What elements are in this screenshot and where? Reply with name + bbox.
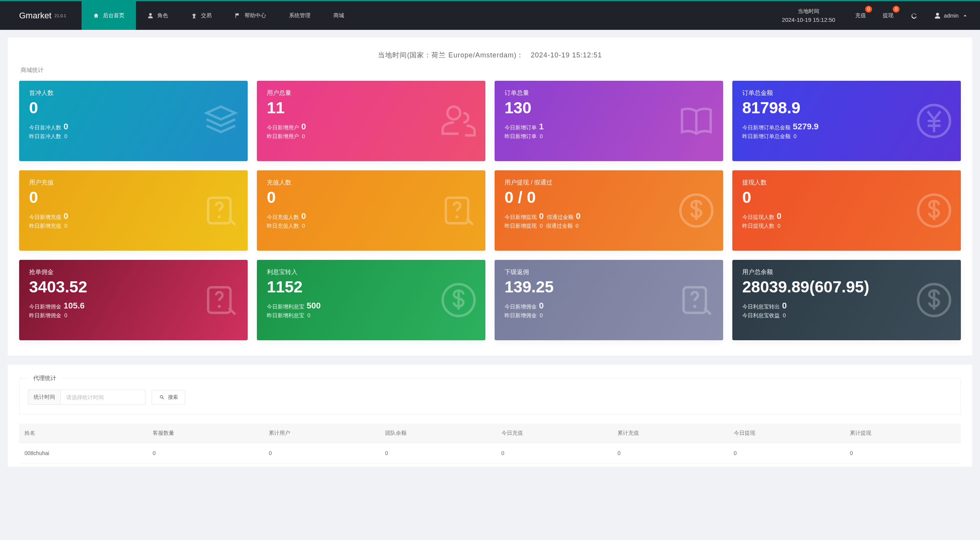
table-cell: 0: [147, 443, 264, 463]
table-row: 008chuhai0000000: [19, 443, 961, 463]
nav-label: 帮助中心: [245, 12, 266, 19]
table-header: 客服数量: [147, 424, 264, 443]
scale-icon: [191, 13, 197, 19]
search-button[interactable]: 搜索: [152, 390, 185, 405]
stat-card-6: 用户提现 / 假通过0 / 0今日新增提现0 假通过金额0昨日新增提现 0 假通…: [495, 170, 723, 251]
stat-card-7: 提现人数0今日提现人数0昨日提现人数 0: [732, 170, 961, 251]
section-title-agent: 代理统计: [28, 375, 62, 382]
chevron-up-icon: [962, 12, 969, 19]
top-nav: Gmarket 21.0.1 后台首页角色交易帮助中心系统管理商城 当地时间 2…: [0, 0, 980, 30]
home-icon: [93, 13, 99, 19]
agent-table: 姓名客服数量累计用户团队余额今日充值累计充值今日提现累计提现 008chuhai…: [19, 424, 961, 463]
nav-item-3[interactable]: 帮助中心: [223, 1, 278, 30]
brand-version: 21.0.1: [54, 13, 66, 18]
dollar-icon: [439, 281, 478, 319]
nav-label: 商城: [333, 12, 344, 19]
table-header: 累计充值: [612, 424, 728, 443]
card-title: 抢单佣金: [29, 268, 238, 276]
user-name: admin: [944, 13, 959, 19]
dollar-icon: [915, 281, 953, 319]
card-title: 用户充值: [29, 179, 238, 187]
nav-label: 角色: [157, 12, 168, 19]
user-icon: [934, 12, 941, 19]
main-nav: 后台首页角色交易帮助中心系统管理商城: [82, 1, 356, 30]
question-icon: [677, 281, 715, 319]
table-header: 团队余额: [380, 424, 496, 443]
header-clock: 当地时间 2024-10-19 15:12:50: [771, 1, 847, 30]
mall-stats-panel: 当地时间(国家：荷兰 Europe/Amsterdam)： 2024-10-19…: [8, 38, 972, 356]
clock-label: 当地时间: [798, 8, 819, 15]
stat-time-input[interactable]: [61, 390, 145, 404]
nav-label: 交易: [201, 12, 212, 19]
layers-icon: [202, 102, 240, 140]
withdraw-link[interactable]: 提现 0: [874, 1, 902, 30]
agent-stats-panel: 代理统计 统计时间 搜索 姓名客服数量累计用户团队余额今日充值累计充值今日提现累…: [8, 365, 972, 467]
question-icon: [202, 281, 240, 319]
card-title: 用户提现 / 假通过: [505, 179, 713, 187]
card-title: 充值人数: [267, 179, 475, 187]
stat-card-2: 订单总量130今日新增订单1昨日新增订单 0: [495, 81, 723, 161]
card-title: 提现人数: [742, 179, 951, 187]
recharge-link[interactable]: 充值 0: [847, 1, 874, 30]
nav-item-0[interactable]: 后台首页: [82, 1, 136, 30]
table-cell: 0: [496, 443, 612, 463]
local-time: 当地时间(国家：荷兰 Europe/Amsterdam)： 2024-10-19…: [19, 45, 961, 63]
recharge-badge: 0: [865, 6, 872, 13]
table-header: 今日充值: [496, 424, 612, 443]
brand: Gmarket 21.0.1: [0, 1, 82, 30]
stat-card-5: 充值人数0今日充值人数0昨日充值人数 0: [257, 170, 485, 251]
header-actions: 充值 0 提现 0 admin: [847, 1, 980, 30]
stat-card-0: 首冲人数0今日首冲人数0昨日首冲人数 0: [19, 81, 248, 161]
refresh-icon: [910, 12, 917, 19]
table-header: 姓名: [19, 424, 147, 443]
card-title: 利息宝转入: [267, 268, 475, 276]
card-title: 首冲人数: [29, 89, 238, 97]
table-cell: 0: [263, 443, 380, 463]
dollar-icon: [677, 191, 715, 230]
card-title: 订单总金额: [742, 89, 951, 97]
brand-name: Gmarket: [19, 11, 51, 21]
nav-item-5[interactable]: 商城: [322, 1, 356, 30]
nav-label: 系统管理: [289, 12, 310, 19]
table-header: 累计提现: [844, 424, 961, 443]
clock-value: 2024-10-19 15:12:50: [782, 16, 835, 23]
table-cell: 0: [728, 443, 845, 463]
nav-item-2[interactable]: 交易: [180, 1, 223, 30]
card-title: 下级返佣: [505, 268, 713, 276]
question-icon: [439, 191, 478, 230]
stat-card-4: 用户充值0今日新增充值0昨日新增充值 0: [19, 170, 248, 251]
stat-card-3: 订单总金额81798.9今日新增订单总金额5279.9昨日新增订单总金额 0: [732, 81, 961, 161]
search-icon: [159, 394, 165, 400]
question-icon: [202, 191, 240, 230]
nav-label: 后台首页: [103, 12, 124, 19]
table-cell: 0: [612, 443, 728, 463]
table-cell: 008chuhai: [19, 443, 147, 463]
stat-card-8: 抢单佣金3403.52今日新增佣金105.6昨日新增佣金 0: [19, 260, 248, 340]
table-header: 今日提现: [728, 424, 845, 443]
table-cell: 0: [380, 443, 496, 463]
stat-time-label: 统计时间: [28, 390, 61, 405]
card-title: 用户总量: [267, 89, 475, 97]
card-title: 用户总余额: [742, 268, 951, 276]
users-icon: [439, 102, 478, 140]
stat-cards: 首冲人数0今日首冲人数0昨日首冲人数 0用户总量11今日新增用户0昨日新增用户 …: [19, 81, 961, 340]
nav-item-1[interactable]: 角色: [136, 1, 180, 30]
stat-card-9: 利息宝转入1152今日新增利息宝500昨日新增利息宝 0: [257, 260, 485, 340]
refresh-button[interactable]: [902, 1, 926, 30]
flag-icon: [235, 13, 241, 19]
dollar-icon: [915, 191, 953, 230]
section-title-mall: 商城统计: [19, 63, 961, 81]
table-header: 累计用户: [263, 424, 380, 443]
stat-card-11: 用户总余额28039.89(607.95)今日利息宝转出0今日利息宝收益 0: [732, 260, 961, 340]
nav-item-4[interactable]: 系统管理: [278, 1, 322, 30]
stat-card-10: 下级返佣139.25今日新增佣金0昨日新增佣金 0: [495, 260, 723, 340]
book-icon: [677, 102, 715, 140]
withdraw-badge: 0: [893, 6, 900, 13]
table-cell: 0: [844, 443, 961, 463]
yen-icon: [915, 102, 953, 140]
stat-time-input-group: 统计时间: [28, 390, 145, 405]
user-icon: [147, 13, 154, 19]
stat-card-1: 用户总量11今日新增用户0昨日新增用户 0: [257, 81, 485, 161]
card-title: 订单总量: [505, 89, 713, 97]
user-menu[interactable]: admin: [926, 1, 980, 30]
